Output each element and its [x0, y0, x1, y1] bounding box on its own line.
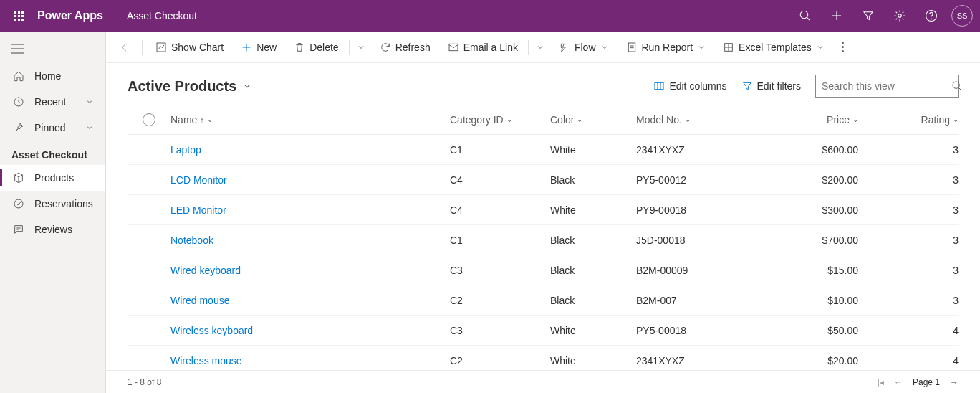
cell-model: PY5-00012 [636, 174, 772, 186]
sidebar-item-pinned[interactable]: Pinned [0, 115, 105, 141]
app-header: Power Apps Asset Checkout SS [0, 0, 980, 32]
record-link[interactable]: Wired mouse [170, 295, 229, 306]
hamburger-icon[interactable] [0, 34, 105, 63]
edit-filters-button[interactable]: Edit filters [741, 80, 801, 92]
table-row[interactable]: Wireless keyboardC3WhitePY5-00018$50.004 [128, 316, 959, 346]
button-label: Delete [309, 42, 338, 53]
svg-rect-18 [628, 43, 635, 52]
cell-rating: 3 [858, 265, 959, 276]
report-icon [626, 42, 638, 53]
search-input[interactable] [822, 80, 947, 92]
record-link[interactable]: LED Monitor [170, 204, 226, 216]
help-icon[interactable] [916, 0, 947, 32]
svg-line-28 [959, 87, 961, 90]
column-header-category[interactable]: Category ID⌄ [450, 114, 550, 126]
search-icon[interactable] [951, 80, 963, 92]
grid-footer: 1 - 8 of 8 |◂ ← Page 1 → [106, 370, 980, 393]
filter-icon[interactable] [852, 0, 884, 32]
edit-columns-button[interactable]: Edit columns [653, 80, 726, 92]
refresh-icon [380, 42, 391, 53]
cell-category: C1 [450, 144, 550, 156]
cell-category: C3 [450, 325, 550, 336]
sidebar-item-products[interactable]: Products [0, 165, 105, 191]
sidebar-item-recent[interactable]: Recent [0, 89, 105, 115]
command-bar: Show Chart New Delete Refresh [106, 32, 980, 63]
column-header-name[interactable]: Name ↑ ⌄ [170, 114, 450, 126]
cell-color: Black [550, 174, 636, 186]
chevron-down-icon [85, 123, 94, 132]
cell-color: Black [550, 265, 636, 276]
overflow-button[interactable] [835, 36, 851, 59]
table-row[interactable]: LaptopC1White2341XYXZ$600.003 [128, 135, 959, 165]
select-all-checkbox[interactable] [128, 113, 170, 126]
user-avatar[interactable]: SS [951, 5, 973, 27]
view-title-text: Active Products [128, 78, 236, 95]
cell-color: White [550, 204, 636, 216]
next-page-button[interactable]: → [950, 377, 959, 387]
cell-category: C4 [450, 204, 550, 216]
show-chart-button[interactable]: Show Chart [148, 36, 231, 59]
excel-templates-button[interactable]: Excel Templates [716, 36, 832, 59]
record-link[interactable]: Wired keyboard [170, 265, 241, 276]
view-title[interactable]: Active Products [128, 78, 252, 95]
cell-model: 2341XYXZ [636, 144, 772, 156]
record-link[interactable]: Laptop [170, 144, 201, 156]
prev-page-button[interactable]: ← [894, 377, 903, 387]
sidebar-section-title: Asset Checkout [0, 141, 105, 165]
cell-rating: 3 [858, 174, 959, 186]
column-header-price[interactable]: Price⌄ [772, 114, 858, 126]
button-label: Edit filters [757, 80, 801, 92]
waffle-icon[interactable] [7, 4, 30, 27]
email-link-button[interactable]: Email a Link [441, 36, 525, 59]
table-row[interactable]: NotebookC1BlackJ5D-00018$700.003 [128, 225, 959, 255]
email-dropdown[interactable] [532, 36, 549, 59]
table-row[interactable]: LED MonitorC4WhitePY9-00018$300.003 [128, 195, 959, 225]
flow-button[interactable]: Flow [552, 36, 616, 59]
flow-icon [559, 42, 570, 53]
column-header-model[interactable]: Model No.⌄ [636, 114, 772, 126]
sidebar-item-reviews[interactable]: Reviews [0, 217, 105, 242]
record-link[interactable]: Wireless keyboard [170, 325, 253, 336]
table-row[interactable]: LCD MonitorC4BlackPY5-00012$200.003 [128, 165, 959, 195]
delete-button[interactable]: Delete [287, 36, 345, 59]
button-label: Email a Link [463, 42, 518, 53]
cell-price: $50.00 [772, 325, 858, 336]
record-link[interactable]: Wireless mouse [170, 355, 242, 366]
table-row[interactable]: Wired keyboardC3BlackB2M-00009$15.003 [128, 255, 959, 285]
mail-icon [448, 42, 459, 53]
record-link[interactable]: Notebook [170, 235, 213, 246]
table-row[interactable]: Wireless mouseC2White2341XYXZ$20.004 [128, 346, 959, 370]
refresh-button[interactable]: Refresh [373, 36, 438, 59]
first-page-button[interactable]: |◂ [878, 377, 884, 387]
new-button[interactable]: New [234, 36, 284, 59]
cell-category: C3 [450, 265, 550, 276]
chevron-down-icon: ⌄ [577, 115, 582, 123]
chevron-down-icon: ⌄ [953, 115, 959, 123]
cell-model: 2341XYXZ [636, 355, 772, 366]
back-button[interactable] [113, 36, 136, 59]
table-row[interactable]: Wired mouseC2BlackB2M-007$10.003 [128, 285, 959, 316]
sidebar-label: Products [34, 172, 74, 184]
module-name[interactable]: Asset Checkout [127, 10, 197, 22]
svg-point-0 [800, 11, 808, 19]
search-icon[interactable] [789, 0, 821, 32]
grid-header-row: Name ↑ ⌄ Category ID⌄ Color⌄ Model No.⌄ … [128, 105, 959, 135]
cell-rating: 3 [858, 144, 959, 156]
delete-dropdown[interactable] [352, 36, 370, 59]
gear-icon[interactable] [884, 0, 916, 32]
sidebar-item-reservations[interactable]: Reservations [0, 191, 105, 217]
svg-point-11 [14, 199, 23, 208]
header-divider [115, 9, 115, 23]
button-label: Excel Templates [739, 42, 812, 53]
columns-icon [653, 80, 665, 92]
column-header-color[interactable]: Color⌄ [550, 114, 636, 126]
cell-color: Black [550, 235, 636, 246]
cell-category: C1 [450, 235, 550, 246]
run-report-button[interactable]: Run Report [619, 36, 714, 59]
record-link[interactable]: LCD Monitor [170, 174, 227, 186]
sidebar-label: Reviews [34, 224, 72, 235]
column-header-rating[interactable]: Rating⌄ [858, 114, 959, 126]
sidebar-item-home[interactable]: Home [0, 63, 105, 89]
add-icon[interactable] [821, 0, 852, 32]
sidebar: Home Recent Pinned Asset Checkout Produc… [0, 32, 106, 393]
